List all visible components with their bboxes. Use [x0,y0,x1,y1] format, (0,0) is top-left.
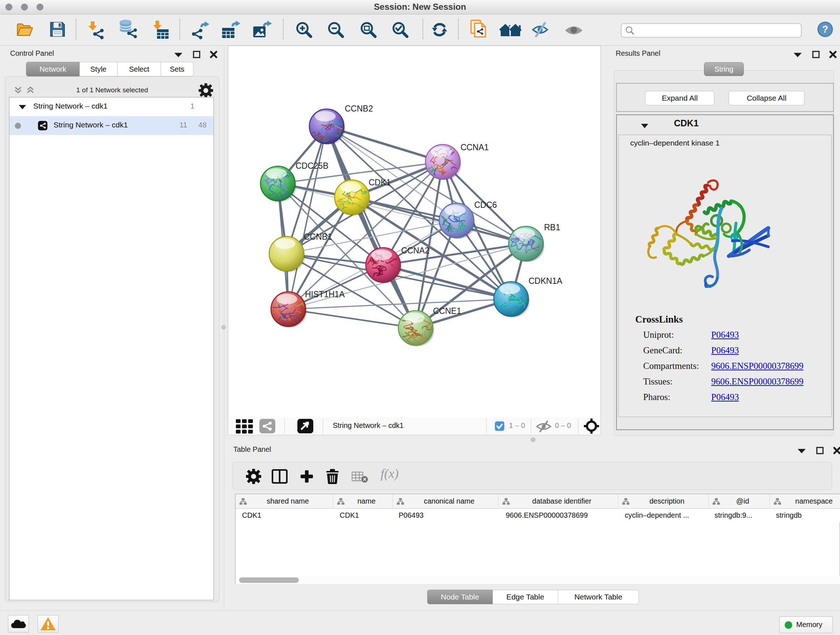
svg-text:CCNA2: CCNA2 [401,246,429,255]
svg-text:CCNA1: CCNA1 [461,143,489,152]
svg-text:CDC25B: CDC25B [295,161,328,171]
svg-text:?: ? [822,24,829,35]
svg-text:CDKN1A: CDKN1A [529,276,562,286]
svg-text:RB1: RB1 [544,223,561,232]
svg-text:CCNB1: CCNB1 [304,232,332,241]
svg-text:CDK1: CDK1 [369,178,391,187]
svg-text:CCNE1: CCNE1 [433,306,461,316]
svg-text:HIST1H1A: HIST1H1A [305,290,345,299]
svg-text:CDC6: CDC6 [474,200,497,210]
svg-text:CCNB2: CCNB2 [345,104,373,113]
